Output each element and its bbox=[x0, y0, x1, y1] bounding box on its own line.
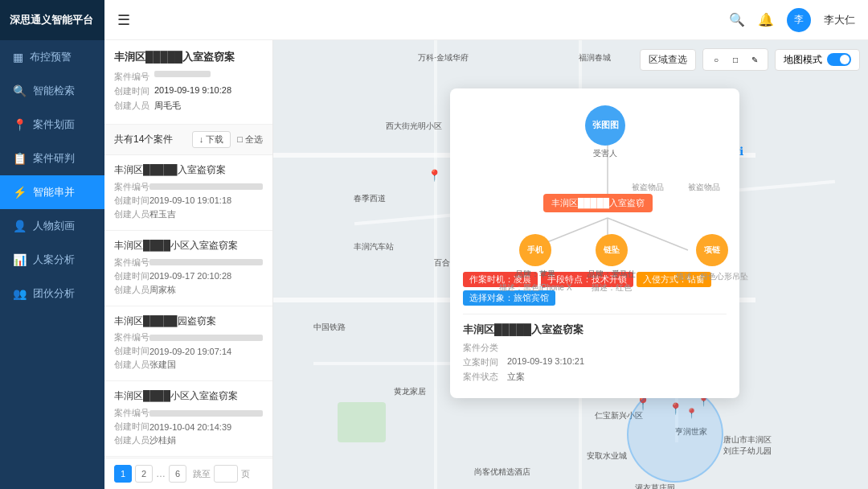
page-1-button[interactable]: 1 bbox=[114, 465, 132, 483]
sidebar-item-label: 人物刻画 bbox=[33, 219, 75, 233]
circle-shape-button[interactable]: ○ bbox=[708, 51, 724, 68]
case-item-title: 丰润区█████入室盗窃案 bbox=[114, 163, 263, 177]
phone-circle: 手机 bbox=[519, 234, 551, 266]
area-select-button[interactable]: 区域查选 bbox=[640, 49, 696, 71]
select-all-button[interactable]: □ 全选 bbox=[237, 134, 263, 146]
sidebar-item-label: 智能检索 bbox=[33, 84, 75, 98]
sidebar-item-smart-search[interactable]: 🔍 智能检索 bbox=[0, 74, 104, 108]
portrait-icon: 👤 bbox=[13, 220, 27, 232]
map-controls: 区域查选 ○ □ ✎ 地图模式 bbox=[640, 48, 860, 71]
avatar: 李 bbox=[787, 8, 811, 32]
highlight-circle bbox=[627, 386, 723, 483]
main-area: ☰ 🔍 🔔 李 李大仁 丰润区█████入室盗窃案 案件编号 创建时间 bbox=[104, 0, 868, 489]
map-label: 万科·金域华府 bbox=[418, 52, 469, 64]
sidebar-item-person-analysis[interactable]: 📊 人案分析 bbox=[0, 243, 104, 277]
case-count: 共有14个案件 bbox=[114, 133, 173, 146]
case-item[interactable]: 丰润区█████园盗窃案 案件编号 创建时间 2019-09-20 19:07:… bbox=[104, 306, 272, 382]
header: ☰ 🔍 🔔 李 李大仁 bbox=[104, 0, 868, 40]
phone-node: 手机 品牌：苹果 描述：黑色iPhone X bbox=[499, 234, 572, 294]
page-input[interactable] bbox=[214, 465, 238, 483]
map-area[interactable]: 万科·金域华府 福润春城 丰润区人事劳动和社会保障局 西大街光明小区 春季西道 … bbox=[273, 40, 868, 489]
map-label: 唐山市丰润区刘庄子幼儿园 bbox=[723, 434, 772, 457]
info-icon: ℹ bbox=[739, 145, 743, 158]
analysis-icon: 📊 bbox=[13, 253, 27, 266]
case-list: 丰润区█████入室盗窃案 案件编号 创建时间 2019-09-10 19:01… bbox=[104, 155, 272, 458]
page-6-button[interactable]: 6 bbox=[169, 465, 186, 483]
pagination: 1 2 … 6 跳至 页 bbox=[104, 458, 272, 489]
sidebar-item-label: 案件研判 bbox=[33, 151, 75, 166]
case-list-header: 共有14个案件 ↓ 下载 □ 全选 bbox=[104, 125, 272, 155]
case-node: 丰润区█████入室盗窃 bbox=[543, 194, 653, 212]
case-icon: 📋 bbox=[13, 152, 27, 165]
necklace-circle: 项链 bbox=[696, 234, 728, 266]
page-2-button[interactable]: 2 bbox=[135, 465, 153, 483]
graph-container: 张图图 受害人 丰润区█████入室盗窃 被盗物品 被盗物品 手机 品牌：苹果 bbox=[463, 101, 727, 262]
page-dots: … bbox=[156, 468, 166, 479]
case-item[interactable]: 丰润区█████入室盗窃案 案件编号 创建时间 2019-09-10 19:01… bbox=[104, 155, 272, 231]
top-case-field-number: 案件编号 bbox=[114, 71, 263, 83]
victim-circle: 张图图 bbox=[585, 105, 625, 146]
page-unit: 页 bbox=[241, 468, 250, 480]
sidebar: 深思通义智能平台 ▦ 布控预警 🔍 智能检索 📍 案件划面 📋 案件研判 ⚡ 智… bbox=[0, 0, 104, 489]
relation-graph: 张图图 受害人 丰润区█████入室盗窃 被盗物品 被盗物品 手机 品牌：苹果 bbox=[450, 88, 739, 398]
map-label: 福润春城 bbox=[579, 52, 611, 64]
map-label: 春季西道 bbox=[354, 193, 386, 204]
bottom-case-info: 丰润区█████入室盗窃案 案件分类 立案时间 2019-09-19 3:10:… bbox=[463, 314, 727, 383]
bell-icon[interactable]: 🔔 bbox=[758, 12, 774, 27]
stolen-label-right: 被盗物品 bbox=[688, 182, 720, 193]
case-item-title: 丰润区████小区入室盗窃案 bbox=[114, 239, 263, 253]
pendant-node: 链坠 品牌：爱马仕 描述：红色 bbox=[588, 234, 636, 294]
map-label: 安取水业城 bbox=[587, 450, 627, 462]
sidebar-item-label: 案件划面 bbox=[33, 117, 75, 132]
menu-icon[interactable]: ☰ bbox=[117, 11, 130, 29]
rect-shape-button[interactable]: □ bbox=[727, 51, 743, 68]
merge-icon: ⚡ bbox=[13, 186, 27, 199]
map-mode-button[interactable]: 地图模式 bbox=[775, 49, 860, 71]
download-button[interactable]: ↓ 下载 bbox=[192, 131, 231, 148]
map-pin[interactable]: 📍 bbox=[428, 170, 441, 181]
case-panel: 丰润区█████入室盗窃案 案件编号 创建时间 2019-09-19 9:10:… bbox=[104, 40, 273, 489]
logo-text: 深思通义智能平台 bbox=[10, 14, 93, 27]
map-label: 黄龙家居 bbox=[394, 386, 426, 397]
sidebar-item-monitor[interactable]: ▦ 布控预警 bbox=[0, 40, 104, 74]
sidebar-item-label: 布控预警 bbox=[30, 50, 72, 64]
top-case-field-creator: 创建人员 周毛毛 bbox=[114, 100, 263, 112]
sidebar-item-label: 智能串并 bbox=[33, 185, 75, 199]
map-label: 丰润汽车站 bbox=[354, 241, 394, 253]
bottom-case-title: 丰润区█████入室盗窃案 bbox=[463, 323, 727, 337]
pendant-circle: 链坠 bbox=[596, 234, 628, 266]
user-name[interactable]: 李大仁 bbox=[824, 13, 855, 27]
sidebar-item-label: 团伙分析 bbox=[33, 286, 75, 301]
case-item[interactable]: 丰润区████小区入室盗窃案 案件编号 创建时间 2019-09-17 20:1… bbox=[104, 231, 272, 306]
case-item-title: 丰润区█████园盗窃案 bbox=[114, 314, 263, 328]
map-label: 尚客优精选酒店 bbox=[474, 466, 530, 478]
shape-buttons: ○ □ ✎ bbox=[702, 48, 768, 71]
top-case-title: 丰润区█████入室盗窃案 bbox=[114, 50, 263, 64]
case-item-title: 丰润区████小区入室盗窃案 bbox=[114, 389, 263, 403]
case-rect: 丰润区█████入室盗窃 bbox=[543, 194, 653, 212]
top-case-detail: 丰润区█████入室盗窃案 案件编号 创建时间 2019-09-19 9:10:… bbox=[104, 40, 272, 125]
map-mode-toggle[interactable] bbox=[827, 53, 851, 66]
logo: 深思通义智能平台 bbox=[0, 0, 104, 40]
pen-shape-button[interactable]: ✎ bbox=[747, 51, 763, 68]
sidebar-item-smart-merge[interactable]: ⚡ 智能串并 bbox=[0, 175, 104, 209]
map-label: 灌衣草庄园 bbox=[635, 483, 675, 489]
map-label: 西大街光明小区 bbox=[386, 121, 442, 132]
jump-label: 跳至 bbox=[193, 468, 211, 480]
sidebar-item-portrait[interactable]: 👤 人物刻画 bbox=[0, 209, 104, 243]
content-area: 丰润区█████入室盗窃案 案件编号 创建时间 2019-09-19 9:10:… bbox=[104, 40, 868, 489]
sidebar-item-case-study[interactable]: 📋 案件研判 bbox=[0, 142, 104, 175]
stolen-label-left: 被盗物品 bbox=[632, 182, 664, 193]
sidebar-item-group-analysis[interactable]: 👥 团伙分析 bbox=[0, 277, 104, 310]
group-icon: 👥 bbox=[13, 287, 27, 300]
search-icon: 🔍 bbox=[13, 84, 27, 97]
sidebar-item-label: 人案分析 bbox=[33, 253, 75, 267]
center-node: 张图图 受害人 bbox=[585, 105, 625, 159]
header-icons: 🔍 🔔 李 李大仁 bbox=[729, 8, 855, 32]
map-label: 中国铁路 bbox=[313, 322, 346, 333]
search-icon[interactable]: 🔍 bbox=[729, 12, 745, 27]
map-icon: 📍 bbox=[13, 118, 27, 131]
case-item[interactable]: 丰润区████小区入室盗窃案 案件编号 创建时间 2019-10-04 20:1… bbox=[104, 381, 272, 457]
sidebar-item-case-map[interactable]: 📍 案件划面 bbox=[0, 108, 104, 142]
top-case-field-time: 创建时间 2019-09-19 9:10:28 bbox=[114, 85, 263, 97]
